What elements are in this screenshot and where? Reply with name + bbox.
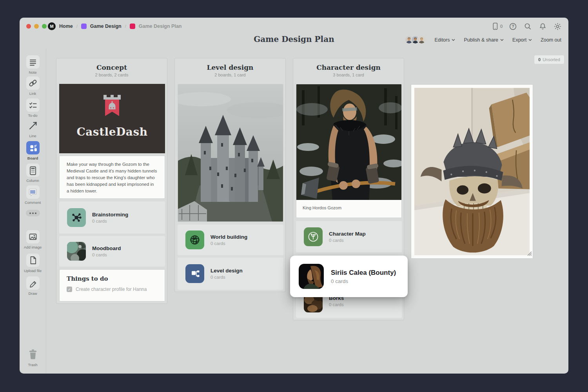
add-image-icon	[28, 232, 38, 242]
trash-icon	[27, 348, 39, 361]
photo-caption: King Hordos Gozom	[296, 200, 401, 216]
tool-draw[interactable]: Draw	[20, 276, 46, 296]
tool-upload-file[interactable]: Upload file	[20, 254, 46, 273]
breadcrumb-separator: /	[125, 24, 126, 29]
more-options-icon	[26, 210, 40, 216]
column-title[interactable]: Character design	[293, 64, 404, 71]
tool-label: Note	[20, 70, 46, 74]
viking-skull-photo	[414, 88, 530, 255]
todo-checkbox-checked[interactable]: ✓	[67, 287, 72, 292]
app-window: M Home / Game Design / Game Design Plan …	[20, 18, 568, 374]
board-item-world-building[interactable]: World building 0 cards	[178, 225, 283, 255]
notifications-button[interactable]	[538, 22, 547, 31]
board-color-icon	[81, 24, 87, 29]
milanote-logo-icon[interactable]: M	[48, 22, 56, 30]
character-map-icon	[304, 227, 323, 246]
column-subtitle: 3 boards, 1 card	[293, 73, 404, 77]
board-item-brainstorming[interactable]: Brainstorming 0 cards	[59, 201, 165, 234]
column-subtitle: 2 boards, 1 card	[175, 73, 285, 77]
board-count: 0 cards	[329, 238, 366, 243]
help-button[interactable]: ?	[508, 22, 517, 31]
board-count: 0 cards	[329, 302, 344, 307]
tool-label: Add image	[20, 245, 46, 249]
mobile-icon	[490, 22, 499, 31]
dragged-card-count: 0 cards	[331, 278, 396, 284]
zoom-out-button[interactable]: Zoom out	[541, 37, 561, 43]
tool-label: Comment	[20, 200, 46, 205]
tool-add-image[interactable]: Add image	[20, 230, 46, 249]
column-subtitle: 2 boards, 2 cards	[56, 73, 167, 77]
castle-photo-card[interactable]	[178, 84, 283, 222]
tool-label: Upload file	[20, 269, 46, 273]
chevron-down-icon	[452, 39, 455, 41]
tool-board[interactable]: Board	[20, 141, 46, 160]
board-name: Moodboard	[92, 245, 121, 251]
skull-photo-card[interactable]	[411, 84, 533, 259]
search-icon	[523, 22, 532, 31]
export-menu[interactable]: Export	[512, 37, 532, 43]
mobile-app-button[interactable]: 0	[490, 22, 503, 31]
castledash-crest-icon	[83, 91, 142, 125]
level-design-icon	[185, 264, 204, 283]
board-item-character-map[interactable]: Character Map 0 cards	[296, 221, 402, 252]
zoom-out-label: Zoom out	[541, 37, 561, 43]
tool-line[interactable]: Line	[20, 119, 46, 138]
publish-share-label: Publish & share	[464, 37, 498, 43]
tool-label: Column	[20, 178, 46, 183]
todo-icon	[28, 100, 38, 110]
castledash-logo-card[interactable]: CastleDash	[59, 84, 165, 153]
todo-card[interactable]: Things to do ✓ Create character profile …	[59, 269, 165, 301]
minimize-window-button[interactable]	[34, 24, 39, 29]
concept-note-card[interactable]: Make your way through the Gozom to the M…	[59, 156, 165, 199]
board-count: 0 cards	[92, 219, 128, 223]
breadcrumb-home[interactable]: Home	[59, 24, 73, 29]
board-count: 0 cards	[92, 252, 121, 257]
chevron-down-icon	[500, 39, 504, 41]
tool-trash[interactable]: Trash	[20, 348, 46, 367]
tool-todo[interactable]: To-do	[20, 98, 46, 118]
editor-avatars[interactable]	[405, 35, 426, 44]
publish-share-menu[interactable]: Publish & share	[464, 37, 504, 43]
column-title[interactable]: Level design	[175, 64, 285, 71]
tool-label: Board	[20, 156, 46, 160]
unsorted-count: 0	[538, 57, 541, 62]
dragged-board-card-siriis-calea[interactable]: Siriis Calea (Bounty) 0 cards	[290, 256, 408, 297]
board-name: World building	[211, 234, 247, 240]
settings-button[interactable]	[553, 22, 562, 31]
unsorted-badge[interactable]: 0 Unsorted	[534, 55, 564, 64]
resize-handle[interactable]	[526, 250, 532, 258]
board-count: 0 cards	[211, 275, 243, 279]
board-item-moodboard[interactable]: Moodboard 0 cards	[59, 236, 165, 267]
board-name: Brainstorming	[92, 212, 128, 218]
comment-icon	[27, 187, 38, 198]
tool-more[interactable]	[20, 210, 46, 216]
tool-column[interactable]: Column	[20, 163, 46, 183]
tool-link[interactable]: Link	[20, 76, 46, 96]
column-icon	[28, 165, 38, 175]
king-hordos-photo-card[interactable]: King Hordos Gozom	[296, 84, 402, 218]
editors-menu[interactable]: Editors	[435, 37, 456, 43]
avatar	[417, 35, 426, 44]
sidebar-divider	[46, 48, 46, 374]
world-building-icon	[185, 230, 204, 249]
maximize-window-button[interactable]	[42, 24, 47, 29]
tool-note[interactable]: Note	[20, 55, 46, 74]
close-window-button[interactable]	[26, 24, 31, 29]
breadcrumb-game-design[interactable]: Game Design	[90, 24, 122, 29]
column-level-design[interactable]: Level design 2 boards, 1 card	[174, 58, 286, 292]
tool-label: Trash	[20, 363, 46, 367]
note-icon	[28, 57, 38, 67]
todo-title: Things to do	[67, 275, 158, 282]
top-bar: M Home / Game Design / Game Design Plan …	[20, 18, 568, 35]
tool-label: Link	[20, 91, 46, 96]
editors-label: Editors	[435, 37, 450, 43]
column-concept[interactable]: Concept 2 boards, 2 cards CastleDash Mak…	[56, 58, 167, 304]
search-button[interactable]	[523, 22, 532, 31]
board-icon	[27, 142, 38, 153]
moodboard-thumbnail	[67, 242, 86, 261]
breadcrumb: M Home / Game Design / Game Design Plan	[48, 22, 182, 30]
column-title[interactable]: Concept	[56, 64, 167, 71]
board-item-level-design[interactable]: Level design 0 cards	[178, 258, 283, 290]
tool-comment[interactable]: Comment	[20, 185, 46, 205]
castle-photo	[178, 84, 283, 221]
